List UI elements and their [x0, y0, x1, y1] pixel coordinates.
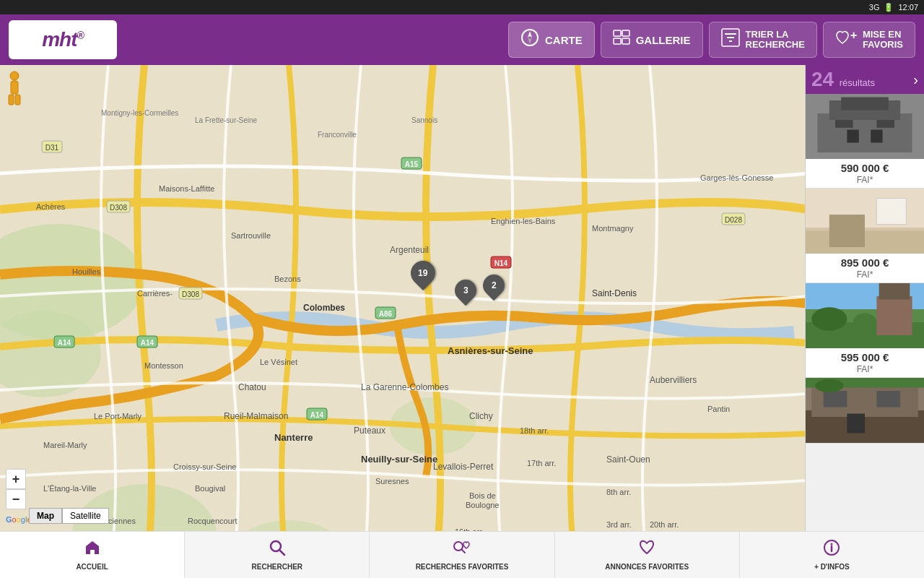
svg-rect-6: [622, 38, 629, 44]
svg-point-117: [815, 379, 843, 392]
mise-line2: FAVORIS: [863, 40, 903, 50]
svg-text:Maisons-Laffitte: Maisons-Laffitte: [159, 184, 214, 193]
nav-item-recherches-favorites[interactable]: RECHERCHES FAVORITES: [370, 532, 554, 578]
svg-rect-5: [614, 38, 621, 44]
gallerie-button[interactable]: GALLERIE: [601, 22, 703, 58]
nav-label-rechercher: RECHERCHER: [252, 563, 303, 571]
svg-text:Puteaux: Puteaux: [354, 426, 385, 436]
svg-text:N14: N14: [494, 259, 508, 267]
svg-text:Levallois-Perret: Levallois-Perret: [433, 462, 494, 472]
svg-text:Nanterre: Nanterre: [274, 432, 313, 443]
svg-text:A14: A14: [310, 411, 324, 419]
bottom-nav: ACCUEILRECHERCHERRECHERCHES FAVORITESANN…: [0, 531, 924, 578]
carte-button[interactable]: CARTE: [508, 22, 595, 58]
svg-marker-2: [528, 38, 532, 44]
property-price-2: 595 000 €: [806, 348, 924, 364]
marker-2-label: 2: [492, 281, 497, 290]
svg-text:Argenteuil: Argenteuil: [390, 245, 429, 255]
svg-text:D31: D31: [45, 144, 59, 152]
svg-text:A14: A14: [58, 339, 71, 347]
zoom-in-button[interactable]: +: [6, 469, 26, 489]
svg-rect-113: [824, 391, 847, 407]
property-fai-2: FAI*: [806, 364, 924, 377]
heart-plus-icon: +: [835, 29, 857, 51]
svg-rect-89: [15, 95, 20, 105]
svg-text:Chatou: Chatou: [238, 382, 266, 392]
nav-label-annonces-favorites: ANNONCES FAVORITES: [605, 563, 689, 571]
property-card-3[interactable]: [806, 378, 924, 444]
svg-rect-102: [829, 215, 865, 247]
zoom-out-button[interactable]: −: [6, 489, 26, 509]
property-card-2[interactable]: 595 000 €FAI*: [806, 283, 924, 378]
nav-icon-accueil: [84, 539, 101, 561]
svg-text:+: +: [850, 29, 857, 41]
svg-rect-100: [876, 199, 906, 225]
svg-rect-3: [614, 30, 621, 36]
nav-item-accueil[interactable]: ACCUEIL: [0, 532, 185, 578]
svg-rect-107: [879, 283, 910, 300]
streetview-pegman[interactable]: [6, 71, 23, 107]
map-container[interactable]: Achères Maisons-Laffitte Sartrouville Be…: [0, 65, 805, 531]
map-background: Achères Maisons-Laffitte Sartrouville Be…: [0, 65, 805, 531]
favoris-button[interactable]: + MISE EN FAVORIS: [823, 22, 915, 58]
nav-icon-annonces-favorites: [638, 539, 655, 561]
map-zoom-controls: + −: [6, 469, 26, 509]
svg-line-121: [462, 550, 465, 553]
filter-icon: [721, 28, 740, 51]
property-fai-0: FAI*: [806, 175, 924, 188]
results-label: résultats: [840, 77, 875, 88]
property-card-1[interactable]: 895 000 €FAI*: [806, 189, 924, 283]
property-price-0: 590 000 €: [806, 159, 924, 175]
svg-text:Colombes: Colombes: [303, 303, 345, 313]
svg-text:Sartrouville: Sartrouville: [231, 231, 271, 240]
svg-text:Rueil-Malmaison: Rueil-Malmaison: [224, 411, 288, 421]
nav-item-rechercher[interactable]: RECHERCHER: [185, 532, 370, 578]
svg-text:Le Port-Marly: Le Port-Marly: [94, 412, 142, 420]
map-type-satellite[interactable]: Satellite: [62, 508, 109, 524]
trier-line1: TRIER LA: [746, 30, 805, 40]
svg-text:17th arr.: 17th arr.: [527, 459, 556, 467]
logo-area[interactable]: mht®: [9, 20, 117, 59]
svg-rect-96: [835, 120, 853, 128]
nav-icon-plus-dinfos: [823, 539, 840, 561]
clock: 12:07: [898, 3, 918, 12]
nav-icon-rechercher: [269, 539, 286, 561]
svg-text:A15: A15: [405, 160, 419, 168]
svg-marker-1: [528, 31, 532, 38]
svg-text:A14: A14: [141, 339, 154, 347]
property-card-0[interactable]: 590 000 €FAI*: [806, 94, 924, 189]
svg-text:Neuilly-sur-Seine: Neuilly-sur-Seine: [361, 454, 437, 465]
header: mht® CARTE GALLERIE: [0, 14, 924, 65]
svg-text:Clichy: Clichy: [469, 411, 493, 421]
svg-text:Franconville: Franconville: [318, 131, 357, 139]
svg-text:Montmagny: Montmagny: [592, 224, 634, 233]
svg-rect-97: [876, 120, 894, 128]
status-bar: 3G 🔋 12:07: [0, 0, 924, 14]
svg-text:Bougival: Bougival: [195, 484, 225, 493]
nav-item-plus-dinfos[interactable]: + D'INFOS: [740, 532, 924, 578]
svg-rect-94: [847, 130, 858, 143]
results-count-area: 24 résultats: [811, 68, 875, 91]
property-price-1: 895 000 €: [806, 254, 924, 269]
nav-icon-recherches-favorites: [452, 539, 472, 561]
chevron-right-icon[interactable]: ›: [913, 72, 918, 88]
google-logo: Google: [6, 515, 32, 524]
svg-text:Suresnes: Suresnes: [375, 477, 409, 486]
svg-text:Sannois: Sannois: [411, 116, 437, 124]
svg-text:8th arr.: 8th arr.: [606, 488, 631, 496]
svg-point-118: [271, 541, 281, 551]
svg-text:20th arr.: 20th arr.: [650, 520, 679, 529]
svg-text:Boulogne: Boulogne: [466, 501, 500, 509]
svg-text:D308: D308: [110, 204, 127, 212]
svg-rect-87: [11, 81, 18, 94]
svg-text:Carrières-: Carrières-: [137, 289, 173, 298]
svg-rect-4: [622, 30, 629, 36]
svg-text:Montesson: Montesson: [144, 361, 183, 370]
gallerie-label: GALLERIE: [636, 34, 691, 46]
trier-button[interactable]: TRIER LA RECHERCHE: [709, 22, 817, 58]
svg-text:18th arr.: 18th arr.: [520, 426, 549, 435]
nav-item-annonces-favorites[interactable]: ANNONCES FAVORITES: [555, 532, 740, 578]
map-type-map[interactable]: Map: [29, 508, 62, 524]
svg-text:D028: D028: [725, 216, 742, 224]
sidebar-header: 24 résultats ›: [806, 65, 924, 94]
